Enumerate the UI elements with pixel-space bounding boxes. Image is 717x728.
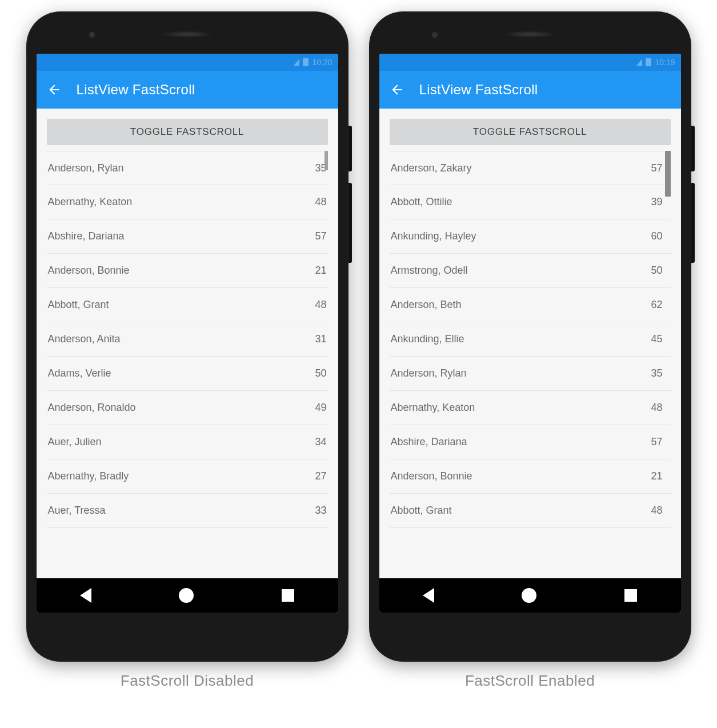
- list-item[interactable]: Adams, Verlie 50: [47, 357, 328, 391]
- item-value: 49: [315, 402, 326, 414]
- app-bar: ListView FastScroll: [37, 71, 338, 109]
- item-value: 34: [315, 436, 326, 448]
- fastscroll-thumb[interactable]: [665, 151, 671, 197]
- list-item[interactable]: Auer, Tressa 33: [47, 494, 328, 528]
- list-inner: Anderson, Zakary 57 Abbott, Ottilie 39 A…: [390, 151, 671, 528]
- item-value: 57: [315, 230, 326, 242]
- list-item[interactable]: Abshire, Dariana 57: [390, 425, 671, 459]
- item-value: 35: [651, 367, 662, 379]
- status-bar: 10:20: [37, 54, 338, 71]
- toggle-fastscroll-button[interactable]: TOGGLE FASTSCROLL: [47, 119, 328, 145]
- phone-frame: 10:20 ListView FastScroll TOGGLE FASTSCR…: [26, 11, 349, 662]
- item-name: Anderson, Ronaldo: [48, 402, 136, 414]
- item-name: Abbott, Grant: [48, 299, 109, 311]
- list-item[interactable]: Armstrong, Odell 50: [390, 254, 671, 288]
- list-view[interactable]: Anderson, Zakary 57 Abbott, Ottilie 39 A…: [390, 151, 671, 578]
- list-item[interactable]: Auer, Julien 34: [47, 425, 328, 459]
- list-item[interactable]: Abshire, Dariana 57: [47, 219, 328, 254]
- list-item[interactable]: Anderson, Bonnie 21: [47, 254, 328, 288]
- list-item[interactable]: Abernathy, Bradly 27: [47, 459, 328, 494]
- list-item[interactable]: Anderson, Ronaldo 49: [47, 391, 328, 425]
- item-name: Anderson, Rylan: [391, 367, 467, 379]
- item-value: 39: [651, 196, 662, 208]
- item-name: Auer, Julien: [48, 436, 102, 448]
- list-item[interactable]: Anderson, Zakary 57: [390, 151, 671, 185]
- item-value: 60: [651, 230, 662, 242]
- list-item[interactable]: Anderson, Anita 31: [47, 322, 328, 357]
- nav-recent-icon[interactable]: [282, 589, 294, 602]
- item-value: 57: [651, 436, 662, 448]
- item-value: 48: [651, 505, 662, 517]
- toggle-fastscroll-label: TOGGLE FASTSCROLL: [473, 126, 587, 138]
- item-name: Abernathy, Bradly: [48, 470, 129, 482]
- list-item[interactable]: Anderson, Beth 62: [390, 288, 671, 322]
- device-right: 10:19 ListView FastScroll TOGGLE FASTSCR…: [369, 11, 691, 690]
- item-value: 50: [651, 265, 662, 277]
- list-item[interactable]: Abernathy, Keaton 48: [47, 185, 328, 219]
- list-item[interactable]: Abbott, Grant 48: [47, 288, 328, 322]
- back-arrow-icon[interactable]: [47, 82, 62, 97]
- battery-icon: [646, 58, 651, 66]
- status-time: 10:19: [655, 58, 675, 67]
- list-view[interactable]: Anderson, Rylan 35 Abernathy, Keaton 48 …: [47, 151, 328, 578]
- list-item[interactable]: Ankunding, Ellie 45: [390, 322, 671, 357]
- item-name: Abernathy, Keaton: [48, 196, 133, 208]
- list-item[interactable]: Anderson, Rylan 35: [390, 357, 671, 391]
- item-name: Anderson, Rylan: [48, 162, 124, 174]
- power-button: [349, 126, 352, 171]
- list-item[interactable]: Ankunding, Hayley 60: [390, 219, 671, 254]
- app-title: ListView FastScroll: [77, 82, 195, 98]
- nav-home-icon[interactable]: [179, 588, 194, 603]
- list-inner: Anderson, Rylan 35 Abernathy, Keaton 48 …: [47, 151, 328, 528]
- status-bar: 10:19: [379, 54, 681, 71]
- toggle-fastscroll-button[interactable]: TOGGLE FASTSCROLL: [390, 119, 671, 145]
- item-value: 45: [651, 333, 662, 345]
- nav-home-icon[interactable]: [522, 588, 536, 603]
- item-name: Adams, Verlie: [48, 367, 111, 379]
- status-time: 10:20: [312, 58, 332, 67]
- toggle-fastscroll-label: TOGGLE FASTSCROLL: [130, 126, 244, 138]
- item-name: Ankunding, Ellie: [391, 333, 464, 345]
- signal-icon: [636, 59, 642, 66]
- item-value: 48: [315, 196, 326, 208]
- nav-recent-icon[interactable]: [624, 589, 637, 602]
- list-item[interactable]: Abernathy, Keaton 48: [390, 391, 671, 425]
- item-name: Abbott, Ottilie: [391, 196, 452, 208]
- item-name: Ankunding, Hayley: [391, 230, 476, 242]
- scrollbar-thumb[interactable]: [325, 151, 328, 170]
- item-value: 57: [651, 162, 662, 174]
- nav-back-icon[interactable]: [80, 588, 91, 603]
- list-item[interactable]: Abbott, Ottilie 39: [390, 185, 671, 219]
- caption: FastScroll Enabled: [465, 672, 595, 690]
- screen: 10:19 ListView FastScroll TOGGLE FASTSCR…: [379, 54, 681, 613]
- item-value: 48: [315, 299, 326, 311]
- signal-icon: [294, 59, 299, 66]
- phone-frame: 10:19 ListView FastScroll TOGGLE FASTSCR…: [369, 11, 691, 662]
- item-name: Armstrong, Odell: [391, 265, 468, 277]
- item-value: 21: [651, 470, 662, 482]
- item-name: Abshire, Dariana: [391, 436, 467, 448]
- item-value: 31: [315, 333, 326, 345]
- item-name: Abernathy, Keaton: [391, 402, 475, 414]
- navigation-bar: [37, 578, 338, 613]
- item-name: Abshire, Dariana: [48, 230, 125, 242]
- item-name: Anderson, Bonnie: [391, 470, 472, 482]
- item-name: Anderson, Beth: [391, 299, 462, 311]
- list-item[interactable]: Anderson, Rylan 35: [47, 151, 328, 185]
- list-item[interactable]: Abbott, Grant 48: [390, 494, 671, 528]
- fastscroll-track[interactable]: [665, 151, 671, 578]
- item-name: Anderson, Bonnie: [48, 265, 130, 277]
- item-value: 27: [315, 470, 326, 482]
- screen: 10:20 ListView FastScroll TOGGLE FASTSCR…: [37, 54, 338, 613]
- volume-button: [691, 183, 695, 263]
- list-item[interactable]: Anderson, Bonnie 21: [390, 459, 671, 494]
- item-value: 50: [315, 367, 326, 379]
- back-arrow-icon[interactable]: [390, 82, 404, 97]
- content-area: TOGGLE FASTSCROLL Anderson, Zakary 57 Ab…: [379, 109, 681, 578]
- battery-icon: [303, 58, 309, 66]
- item-name: Anderson, Zakary: [391, 162, 472, 174]
- app-title: ListView FastScroll: [419, 82, 538, 98]
- nav-back-icon[interactable]: [423, 588, 434, 603]
- item-value: 21: [315, 265, 326, 277]
- item-value: 62: [651, 299, 662, 311]
